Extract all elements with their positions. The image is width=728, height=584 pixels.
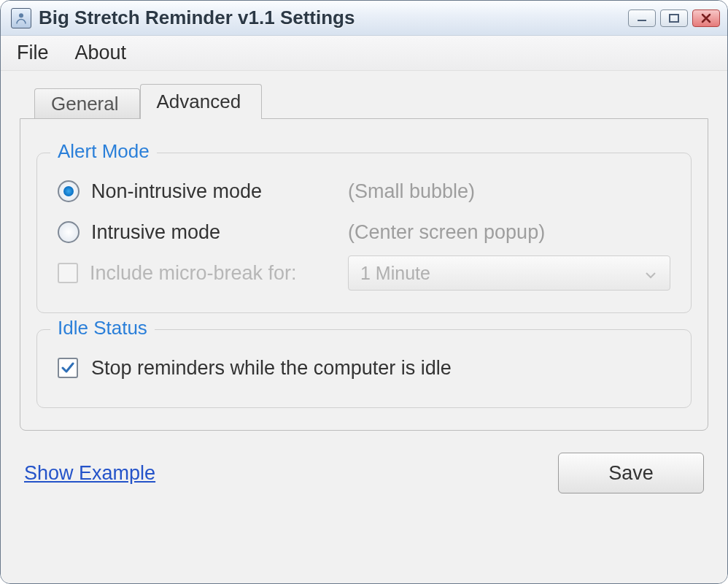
legend-alert-mode: Alert Mode — [50, 140, 157, 163]
row-non-intrusive: Non-intrusive mode (Small bubble) — [58, 171, 670, 212]
hint-non-intrusive: (Small bubble) — [348, 180, 670, 203]
minimize-button[interactable] — [628, 9, 656, 27]
row-intrusive: Intrusive mode (Center screen popup) — [58, 212, 670, 253]
chevron-down-icon — [645, 263, 657, 284]
label-non-intrusive: Non-intrusive mode — [91, 180, 262, 203]
checkbox-microbreak[interactable] — [58, 263, 78, 283]
radio-intrusive[interactable] — [58, 221, 80, 243]
window-frame: Big Stretch Reminder v1.1 Settings File … — [0, 0, 728, 584]
app-icon — [11, 8, 31, 28]
group-idle-status: Idle Status Stop reminders while the com… — [36, 329, 692, 408]
group-alert-mode: Alert Mode Non-intrusive mode (Small bub… — [36, 153, 692, 313]
link-show-example[interactable]: Show Example — [24, 462, 155, 485]
tab-strip: General Advanced — [20, 84, 708, 118]
svg-rect-1 — [638, 20, 646, 21]
footer: Show Example Save — [20, 453, 708, 493]
label-microbreak: Include micro-break for: — [90, 262, 297, 285]
menu-about[interactable]: About — [75, 42, 127, 64]
menubar: File About — [1, 36, 727, 71]
select-microbreak-duration[interactable]: 1 Minute — [348, 256, 670, 291]
label-intrusive: Intrusive mode — [91, 221, 220, 244]
hint-intrusive: (Center screen popup) — [348, 221, 670, 244]
save-button[interactable]: Save — [558, 453, 704, 493]
tab-advanced[interactable]: Advanced — [140, 84, 263, 119]
checkbox-stop-idle[interactable] — [58, 358, 78, 378]
row-stop-idle: Stop reminders while the computer is idl… — [58, 347, 670, 388]
close-button[interactable] — [692, 9, 720, 27]
window-controls — [628, 9, 720, 27]
maximize-button[interactable] — [660, 9, 688, 27]
client-area: General Advanced Alert Mode Non-intrusiv… — [1, 71, 727, 584]
select-microbreak-value: 1 Minute — [360, 263, 430, 284]
titlebar: Big Stretch Reminder v1.1 Settings — [1, 1, 727, 36]
tab-panel-advanced: Alert Mode Non-intrusive mode (Small bub… — [20, 118, 708, 431]
legend-idle-status: Idle Status — [50, 317, 155, 339]
radio-non-intrusive[interactable] — [58, 180, 80, 202]
menu-file[interactable]: File — [17, 42, 49, 64]
svg-point-0 — [19, 13, 23, 18]
svg-rect-2 — [670, 15, 678, 22]
tab-general[interactable]: General — [34, 88, 140, 119]
window-title: Big Stretch Reminder v1.1 Settings — [39, 7, 628, 29]
label-stop-idle: Stop reminders while the computer is idl… — [91, 357, 452, 380]
row-microbreak: Include micro-break for: 1 Minute — [58, 253, 670, 293]
